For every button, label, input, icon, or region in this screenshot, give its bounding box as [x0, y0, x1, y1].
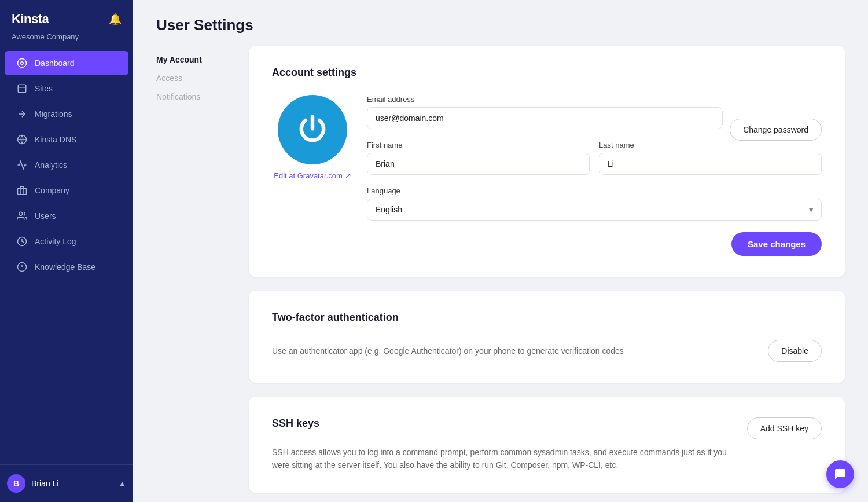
name-row: First name Last name	[367, 141, 822, 186]
ssh-header-left: SSH keys SSH access allows you to log in…	[272, 417, 733, 472]
svg-point-1	[21, 62, 24, 65]
footer-user-name: Brian Li	[31, 479, 58, 488]
sub-nav-my-account[interactable]: My Account	[156, 50, 249, 69]
language-select-wrapper: English Spanish French German ▼	[367, 199, 822, 221]
email-row: Email address Change password	[367, 95, 822, 141]
sidebar-item-activity-log-label: Activity Log	[35, 237, 76, 246]
svg-point-0	[18, 59, 27, 68]
company-name: Awesome Company	[0, 32, 133, 50]
sidebar-item-users[interactable]: Users	[5, 204, 128, 228]
activity-icon	[16, 236, 28, 247]
account-settings-card: Account settings	[249, 46, 845, 277]
sidebar-item-migrations[interactable]: Migrations	[5, 102, 128, 126]
sub-nav-access[interactable]: Access	[156, 69, 249, 87]
sidebar-item-analytics[interactable]: Analytics	[5, 153, 128, 177]
power-icon	[289, 107, 336, 153]
tfa-row: Use an authenticator app (e.g. Google Au…	[272, 340, 822, 362]
last-name-label: Last name	[599, 141, 822, 149]
company-icon	[16, 185, 28, 196]
chat-icon	[833, 467, 847, 481]
tfa-description: Use an authenticator app (e.g. Google Au…	[272, 346, 624, 356]
save-row: Save changes	[367, 232, 822, 256]
avatar: B	[7, 474, 25, 493]
sidebar-item-analytics-label: Analytics	[35, 160, 67, 170]
ssh-title: SSH keys	[272, 417, 733, 430]
content-area: My Account Access Notifications Account …	[133, 46, 868, 502]
page-header: User Settings	[133, 0, 868, 46]
profile-avatar	[278, 95, 347, 164]
sidebar-item-knowledge-base[interactable]: Knowledge Base	[5, 255, 128, 279]
save-changes-button[interactable]: Save changes	[731, 232, 822, 256]
sidebar-item-sites-label: Sites	[35, 84, 53, 93]
bell-icon[interactable]: 🔔	[109, 13, 122, 25]
sidebar-footer: B Brian Li ▲	[0, 464, 133, 502]
main-content: User Settings My Account Access Notifica…	[133, 0, 868, 502]
sidebar-item-kinsta-dns[interactable]: Kinsta DNS	[5, 127, 128, 152]
gravatar-link-text: Edit at Gravatar.com	[274, 171, 343, 180]
sub-nav: My Account Access Notifications	[156, 46, 249, 493]
account-form-section: Email address Change password First name	[367, 95, 822, 256]
email-label: Email address	[367, 95, 723, 104]
sidebar-header: Kinsta 🔔	[0, 0, 133, 32]
first-name-group: First name	[367, 141, 590, 175]
sidebar-item-company[interactable]: Company	[5, 178, 128, 203]
settings-panel: Account settings	[249, 46, 845, 493]
gravatar-link[interactable]: Edit at Gravatar.com ↗	[274, 171, 351, 180]
email-input[interactable]	[367, 107, 723, 129]
sidebar: Kinsta 🔔 Awesome Company Dashboard Sites…	[0, 0, 133, 502]
sidebar-item-dashboard[interactable]: Dashboard	[5, 51, 128, 75]
account-form-row: Edit at Gravatar.com ↗ Email address	[272, 95, 822, 256]
analytics-icon	[16, 159, 28, 171]
email-group: Email address	[367, 95, 723, 129]
sidebar-item-sites[interactable]: Sites	[5, 76, 128, 101]
users-icon	[16, 210, 28, 222]
dashboard-icon	[16, 57, 28, 69]
language-group: Language English Spanish French German ▼	[367, 186, 822, 221]
disable-tfa-button[interactable]: Disable	[768, 340, 822, 362]
last-name-group: Last name	[599, 141, 822, 175]
knowledge-icon	[16, 261, 28, 273]
svg-point-4	[19, 212, 23, 215]
sites-icon	[16, 83, 28, 94]
sidebar-item-dashboard-label: Dashboard	[35, 58, 75, 68]
language-label: Language	[367, 186, 822, 195]
external-link-icon: ↗	[345, 171, 351, 180]
ssh-keys-card: SSH keys SSH access allows you to log in…	[249, 397, 845, 493]
footer-user[interactable]: B Brian Li	[7, 474, 58, 493]
two-factor-card: Two-factor authentication Use an authent…	[249, 291, 845, 383]
migrations-icon	[16, 108, 28, 120]
ssh-description: SSH access allows you to log into a comm…	[272, 446, 733, 472]
sidebar-item-users-label: Users	[35, 211, 56, 221]
account-settings-title: Account settings	[272, 67, 822, 79]
add-ssh-key-button[interactable]: Add SSH key	[747, 417, 822, 439]
svg-rect-2	[18, 85, 26, 93]
page-title: User Settings	[156, 16, 845, 34]
sidebar-item-migrations-label: Migrations	[35, 109, 72, 119]
avatar-section: Edit at Gravatar.com ↗	[272, 95, 353, 180]
dns-icon	[16, 134, 28, 145]
sub-nav-notifications[interactable]: Notifications	[156, 87, 249, 106]
sidebar-item-activity-log[interactable]: Activity Log	[5, 229, 128, 254]
two-factor-title: Two-factor authentication	[272, 312, 822, 324]
chevron-up-icon: ▲	[118, 479, 126, 488]
first-name-label: First name	[367, 141, 590, 149]
language-select[interactable]: English Spanish French German	[367, 199, 822, 221]
sidebar-item-company-label: Company	[35, 186, 69, 195]
ssh-header-row: SSH keys SSH access allows you to log in…	[272, 417, 822, 472]
sidebar-item-knowledge-base-label: Knowledge Base	[35, 262, 95, 272]
first-name-input[interactable]	[367, 153, 590, 175]
last-name-input[interactable]	[599, 153, 822, 175]
svg-rect-3	[18, 188, 27, 195]
chat-button[interactable]	[826, 460, 854, 488]
change-password-button[interactable]: Change password	[730, 119, 822, 141]
sidebar-item-kinsta-dns-label: Kinsta DNS	[35, 135, 76, 144]
logo: Kinsta	[12, 12, 49, 27]
